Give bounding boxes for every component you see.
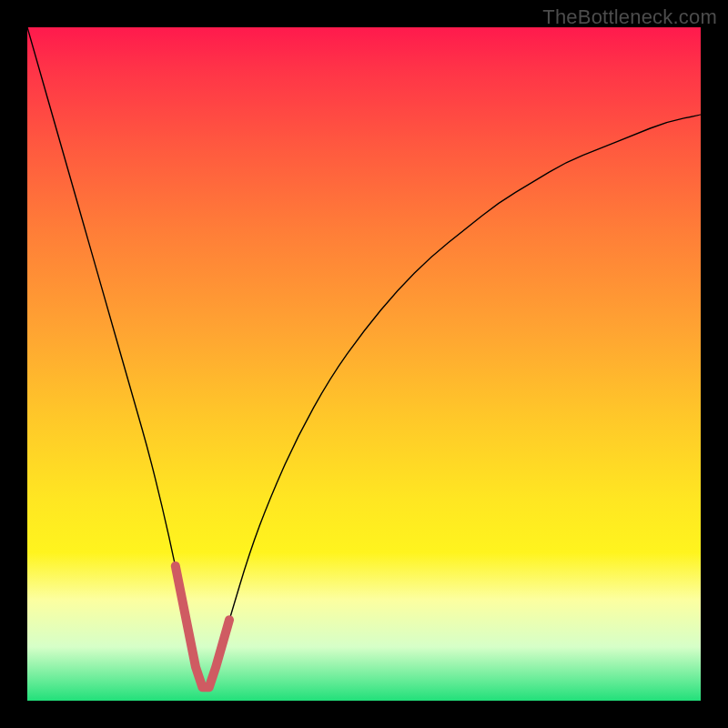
bottleneck-curve [27, 27, 701, 687]
valley-highlight [176, 566, 229, 687]
watermark-text: TheBottleneck.com [542, 5, 717, 29]
chart-svg [27, 27, 701, 701]
